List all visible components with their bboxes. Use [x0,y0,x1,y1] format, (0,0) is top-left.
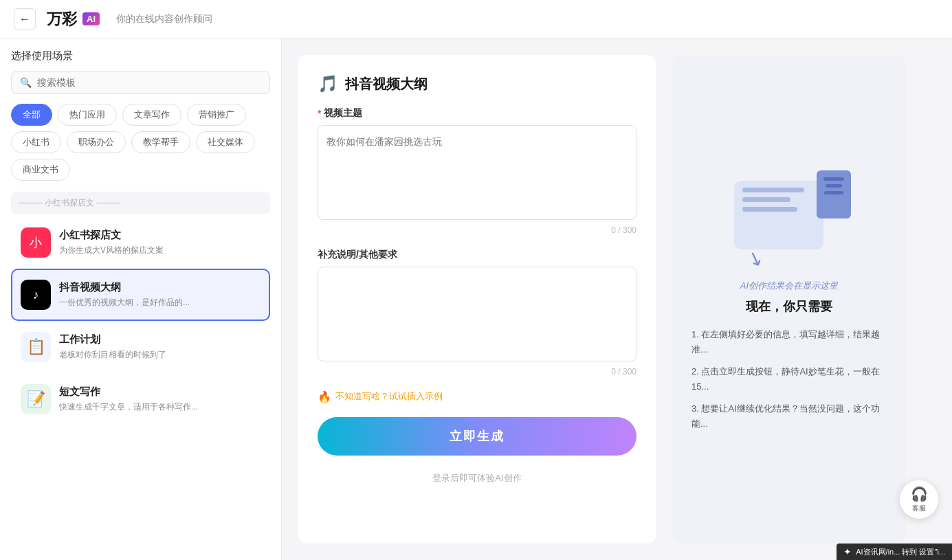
template-item-xiaohongshu[interactable]: 小 小红书探店文 为你生成大V风格的探店文案 [11,216,270,269]
field1-textarea[interactable] [318,125,636,220]
arrow-hint-text: AI创作结果会在显示这里 [691,280,887,292]
template-name-shortwrite: 短文写作 [59,385,261,399]
tag-article[interactable]: 文章写作 [122,104,181,126]
logo-ai-badge: AI [82,12,100,25]
list-divider: ──── 小红书探店文 ──── [11,192,270,214]
tag-business[interactable]: 商业文书 [11,159,70,181]
doc-accent-line2 [826,184,842,188]
form-icon: 🎵 [318,74,338,93]
tag-hot[interactable]: 热门应用 [58,104,117,126]
doc-accent [817,170,851,219]
customer-service-button[interactable]: 🎧 客服 [900,480,938,519]
tag-education[interactable]: 教学帮手 [131,131,190,153]
step-3: 3. 想要让AI继续优化结果？当然没问题，这个功能... [691,401,887,432]
template-icon-tiktok: ♪ [21,280,51,310]
field2-container: 补充说明/其他要求 0 / 300 [318,249,636,377]
logo-area: 万彩 AI [47,9,100,30]
field2-label-text: 补充说明/其他要求 [318,249,397,261]
work-symbol: 📋 [27,338,45,356]
tag-xiaohongshu[interactable]: 小红书 [11,131,61,153]
doc-lines-1 [742,188,804,212]
field2-textarea[interactable] [318,267,636,361]
template-name-xiaohongshu: 小红书探店文 [59,229,261,242]
field1-required: * [318,108,321,119]
header-subtitle: 你的在线内容创作顾问 [116,13,212,25]
field1-count-value: 0 [611,225,616,235]
template-item-work[interactable]: 📋 工作计划 老板对你刮目相看的时候到了 [11,321,270,373]
tag-all[interactable]: 全部 [11,104,52,126]
template-info-work: 工作计划 老板对你刮目相看的时候到了 [59,333,261,361]
hint-row[interactable]: 🔥 不知道写啥？试试插入示例 [318,390,636,403]
tag-social[interactable]: 社交媒体 [196,131,255,153]
doc-accent-line3 [824,191,843,194]
tag-marketing[interactable]: 营销推广 [187,104,246,126]
right-panel-title: 现在，你只需要 [691,298,887,316]
illustration: ↙ [691,167,887,263]
doc-line-1c [742,207,797,212]
back-button[interactable]: ← [14,8,36,30]
template-info-tiktok: 抖音视频大纲 一份优秀的视频大纲，是好作品的... [59,281,261,309]
template-item-shortwrite[interactable]: 📝 短文写作 快速生成千字文章，适用于各种写作... [11,373,270,425]
divider-text: ──── 小红书探店文 ──── [19,197,120,209]
field2-max-value: 300 [623,367,636,377]
field1-label-text: 视频主题 [324,107,362,120]
template-desc-shortwrite: 快速生成千字文章，适用于各种写作... [59,401,261,413]
tags-container: 全部 热门应用 文章写作 营销推广 小红书 职场办公 教学帮手 社交媒体 商业文… [11,104,270,181]
sidebar: 选择使用场景 🔍 全部 热门应用 文章写作 营销推广 小红书 职场办公 教学帮手… [0,38,282,560]
field1-char-count: 0 / 300 [318,225,636,235]
template-desc-tiktok: 一份优秀的视频大纲，是好作品的... [59,297,261,309]
field1-label: * 视频主题 [318,107,636,120]
login-hint: 登录后即可体验AI创作 [318,472,636,484]
content-area: 🎵 抖音视频大纲 * 视频主题 0 / 300 补充说明/其他要求 [282,38,952,560]
sidebar-title: 选择使用场景 [11,49,270,63]
doc-line-1b [742,197,790,202]
template-name-tiktok: 抖音视频大纲 [59,281,261,294]
doc-accent-line1 [823,177,844,181]
xiaohongshu-symbol: 小 [30,234,42,251]
hint-icon: 🔥 [318,390,331,403]
hint-text[interactable]: 不知道写啥？试试插入示例 [335,390,443,403]
step-1: 1. 在左侧填好必要的信息，填写越详细，结果越准... [691,327,887,357]
logo-text: 万彩 [47,9,77,30]
tiktok-symbol: ♪ [33,288,39,302]
watermark-text: AI资讯网/in... 转到 设置"i... [856,547,945,557]
template-desc-work: 老板对你刮目相看的时候到了 [59,349,261,361]
step-2: 2. 点击立即生成按钮，静待AI妙笔生花，一般在15... [691,364,887,394]
search-icon: 🔍 [20,77,32,88]
field1-max-value: 300 [623,225,636,235]
doc-line-1a [742,188,804,192]
tag-office[interactable]: 职场办公 [67,131,126,153]
main-layout: 选择使用场景 🔍 全部 热门应用 文章写作 营销推广 小红书 职场办公 教学帮手… [0,38,952,560]
field2-count-value: 0 [611,367,616,377]
template-info-xiaohongshu: 小红书探店文 为你生成大V风格的探店文案 [59,229,261,256]
customer-service-icon: 🎧 [911,486,928,502]
template-desc-xiaohongshu: 为你生成大V风格的探店文案 [59,245,261,256]
back-icon: ← [19,13,30,25]
template-icon-work: 📋 [21,332,51,362]
watermark-icon: ✦ [843,546,852,557]
watermark-bar: ✦ AI资讯网/in... 转到 设置"i... [837,544,952,560]
template-icon-shortwrite: 📝 [21,384,51,414]
template-list: 小 小红书探店文 为你生成大V风格的探店文案 ♪ 抖音视频大纲 一份优秀的视频大… [11,216,270,425]
customer-service-label: 客服 [912,504,926,513]
shortwrite-symbol: 📝 [27,390,45,408]
field1-container: * 视频主题 0 / 300 [318,107,636,235]
template-item-tiktok[interactable]: ♪ 抖音视频大纲 一份优秀的视频大纲，是好作品的... [11,269,270,321]
search-box[interactable]: 🔍 [11,71,270,94]
form-title: 抖音视频大纲 [345,75,428,93]
field2-char-count: 0 / 300 [318,367,636,377]
generate-button[interactable]: 立即生成 [318,417,636,456]
field2-label: 补充说明/其他要求 [318,249,636,261]
template-icon-xiaohongshu: 小 [21,227,51,258]
right-panel: ↙ AI创作结果会在显示这里 现在，你只需要 1. 在左侧填好必要的信息，填写越… [672,55,906,544]
form-panel: 🎵 抖音视频大纲 * 视频主题 0 / 300 补充说明/其他要求 [298,55,656,544]
form-header: 🎵 抖音视频大纲 [318,74,636,93]
search-input[interactable] [37,77,261,88]
template-info-shortwrite: 短文写作 快速生成千字文章，适用于各种写作... [59,385,261,413]
steps-list: 1. 在左侧填好必要的信息，填写越详细，结果越准... 2. 点击立即生成按钮，… [691,327,887,432]
template-name-work: 工作计划 [59,333,261,346]
header: ← 万彩 AI 你的在线内容创作顾问 [0,0,952,38]
